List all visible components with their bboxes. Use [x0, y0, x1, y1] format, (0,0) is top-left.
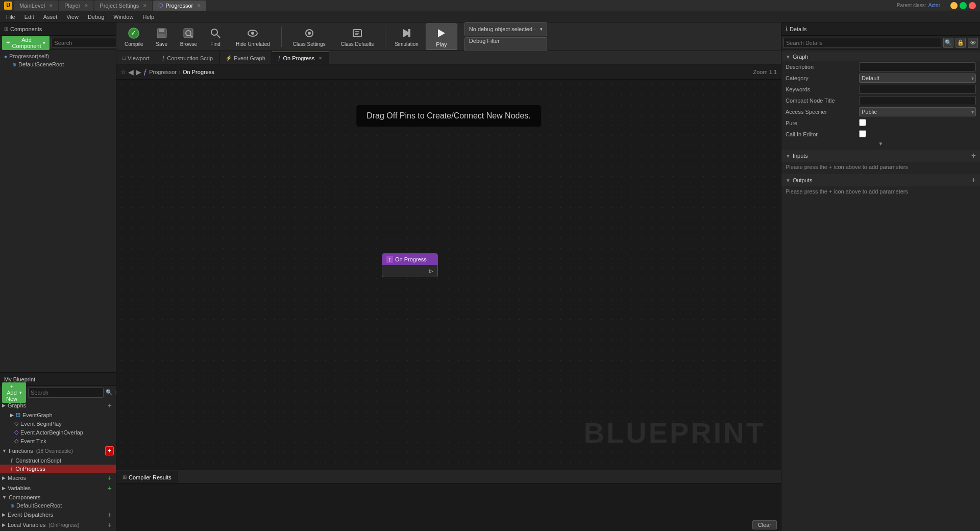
description-input[interactable] [859, 62, 976, 71]
menu-view[interactable]: View [62, 13, 83, 21]
maximize-button[interactable] [960, 2, 967, 9]
menu-file[interactable]: File [2, 13, 19, 21]
collapse-icon: ▼ [786, 54, 791, 60]
tab-compiler-results[interactable]: ⊞ Compiler Results [116, 471, 178, 483]
access-specifier-select[interactable]: Public Protected Private [859, 107, 976, 116]
simulation-button[interactable]: Simulation [390, 24, 423, 49]
inputs-add-button[interactable]: + [971, 151, 976, 160]
event-dispatchers-section-header[interactable]: ▶ Event Dispatchers + [0, 510, 116, 520]
menu-asset[interactable]: Asset [39, 13, 62, 21]
functions-section-header[interactable]: ▼ Functions (18 Overridable) + [0, 445, 116, 456]
default-scene-root-bp-item[interactable]: ⊕ DefaultSceneRoot [0, 501, 116, 510]
macros-add-button[interactable]: + [106, 474, 114, 482]
add-component-button[interactable]: + Add Component ▾ [2, 36, 50, 50]
bottom-panel: ⊞ Compiler Results Clear [116, 470, 781, 531]
tab-project-settings[interactable]: Project Settings ✕ [94, 1, 152, 11]
graphs-add-button[interactable]: + [106, 401, 114, 409]
components-bp-section-header[interactable]: ▼ Components [0, 493, 116, 501]
menu-help[interactable]: Help [138, 13, 158, 21]
clear-button[interactable]: Clear [752, 520, 777, 529]
class-settings-button[interactable]: Class Settings [287, 24, 332, 49]
functions-add-button[interactable]: + [105, 446, 114, 455]
svg-rect-3 [159, 29, 164, 32]
close-icon[interactable]: ✕ [84, 3, 88, 8]
component-item-self[interactable]: ● Progressor(self) [0, 52, 116, 60]
more-icon[interactable]: ▼ [878, 141, 884, 147]
variables-section-header[interactable]: ▶ Variables + [0, 483, 116, 493]
on-progress-item[interactable]: ƒ OnProgress [0, 465, 116, 473]
my-blueprint-title: My Blueprint [4, 376, 35, 382]
close-icon[interactable]: ✕ [318, 56, 323, 61]
class-defaults-button[interactable]: Class Defaults [335, 24, 380, 49]
search-icon: 🔍 [106, 389, 113, 396]
variables-add-button[interactable]: + [106, 484, 114, 492]
titlebar-left: U MainLevel ✕ Player ✕ Project Settings … [4, 1, 206, 11]
close-button[interactable] [969, 2, 976, 9]
compile-button[interactable]: ✓ Compile [120, 24, 148, 49]
inputs-section-header[interactable]: ▼ Inputs + [781, 150, 980, 162]
details-eye-button[interactable]: 👁 [968, 38, 978, 48]
menu-window[interactable]: Window [109, 13, 137, 21]
back-nav-button[interactable]: ◀ [128, 68, 134, 76]
minimize-button[interactable] [950, 2, 958, 9]
close-icon[interactable]: ✕ [143, 3, 147, 8]
func-icon: ƒ [10, 466, 13, 472]
hide-unrelated-button[interactable]: Hide Unrelated [230, 24, 276, 49]
local-variables-add-button[interactable]: + [106, 521, 114, 529]
search-blueprint-input[interactable] [28, 388, 104, 398]
tab-event-graph[interactable]: ⚡ Event Graph [219, 52, 272, 64]
tab-progressor[interactable]: ⬡ Progressor ✕ [153, 1, 206, 11]
mybp-toolbar: + Add New ▾ 🔍 👁 ▾ [0, 386, 116, 399]
component-item-root[interactable]: ⊕ DefaultSceneRoot [0, 60, 116, 68]
outputs-add-button[interactable]: + [971, 176, 976, 185]
tab-player[interactable]: Player ✕ [59, 1, 93, 11]
category-select[interactable]: Default [859, 74, 976, 83]
breadcrumb-progressor[interactable]: Progressor [149, 69, 177, 75]
tab-construction-script[interactable]: ƒ Construction Scrip [156, 52, 219, 64]
eventgraph-item[interactable]: ▶ ⊞ EventGraph [0, 411, 116, 419]
menu-debug[interactable]: Debug [84, 13, 108, 21]
compact-node-title-input[interactable] [859, 96, 976, 105]
close-icon[interactable]: ✕ [197, 3, 201, 8]
comp-toolbar: + Add Component ▾ 🔍 [0, 36, 116, 50]
construction-script-item[interactable]: ƒ ConstructionScript [0, 456, 116, 465]
debug-filter-button[interactable]: Debug Filter [464, 37, 547, 52]
diamond-icon: ◇ [14, 438, 18, 444]
tab-mainlevel[interactable]: MainLevel ✕ [14, 1, 58, 11]
menu-edit[interactable]: Edit [20, 13, 38, 21]
tab-viewport[interactable]: □ Viewport [116, 52, 156, 64]
title-tab-group: MainLevel ✕ Player ✕ Project Settings ✕ … [14, 1, 206, 11]
tab-on-progress[interactable]: ƒ On Progress ✕ [272, 52, 329, 64]
details-search-button[interactable]: 🔍 [943, 38, 953, 48]
details-lock-button[interactable]: 🔒 [955, 38, 966, 48]
browse-button[interactable]: Browse [176, 24, 201, 49]
variables-title-group: ▶ Variables [2, 485, 31, 491]
graph-section-header[interactable]: ▼ Graph [781, 52, 980, 61]
outputs-section-header[interactable]: ▼ Outputs + [781, 174, 980, 186]
compiler-results-content: Clear [116, 484, 781, 531]
blueprint-canvas[interactable]: Drag Off Pins to Create/Connect New Node… [116, 80, 781, 470]
pure-checkbox[interactable] [859, 119, 866, 126]
debug-dropdown[interactable]: No debug object selected - ▾ [464, 22, 547, 36]
details-search-input[interactable] [783, 38, 941, 48]
star-icon[interactable]: ☆ [120, 68, 126, 76]
pin-arrow-icon[interactable]: ▷ [429, 268, 433, 274]
save-button[interactable]: Save [151, 24, 173, 49]
find-button[interactable]: Find [204, 24, 227, 49]
event-tick-item[interactable]: ◇ Event Tick [0, 437, 116, 445]
event-beginplay-item[interactable]: ◇ Event BeginPlay [0, 419, 116, 428]
breadcrumb-on-progress[interactable]: On Progress [183, 69, 214, 75]
event-actoroverlap-item[interactable]: ◇ Event ActorBeginOverlap [0, 428, 116, 437]
local-variables-section-header[interactable]: ▶ Local Variables (OnProgress) + [0, 520, 116, 530]
forward-nav-button[interactable]: ▶ [136, 68, 141, 76]
triangle-icon: ▶ [2, 486, 6, 491]
play-button[interactable]: Play [426, 23, 457, 50]
keywords-input[interactable] [859, 85, 976, 94]
close-icon[interactable]: ✕ [49, 3, 53, 8]
event-dispatchers-add-button[interactable]: + [106, 511, 114, 519]
main-layout: ⊞ Components + Add Component ▾ 🔍 ● Progr… [0, 22, 980, 531]
macros-section-header[interactable]: ▶ Macros + [0, 473, 116, 483]
add-new-button[interactable]: + Add New ▾ [2, 382, 26, 403]
on-progress-node[interactable]: ƒ On Progress ▷ [382, 253, 438, 277]
call-in-editor-checkbox[interactable] [859, 130, 866, 137]
